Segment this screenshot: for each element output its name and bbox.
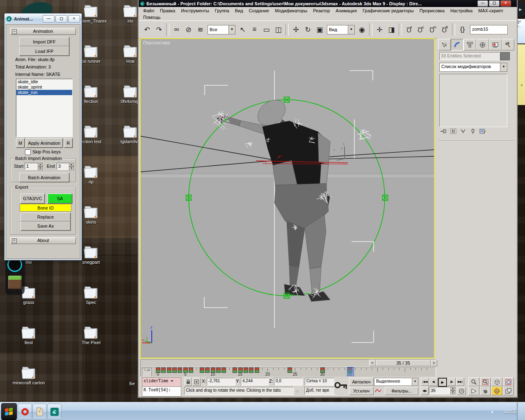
close-button[interactable]: × [500,0,511,7]
menu-item-help[interactable]: Помощь [140,14,164,20]
pan-button[interactable] [480,386,491,395]
tab-display[interactable] [489,39,502,50]
key-mode-toggle[interactable]: ◀▶ [421,387,429,395]
keyframe-marker[interactable] [320,368,325,373]
maximize-button[interactable]: ▢ [489,0,500,7]
taskbar-button-app2[interactable] [32,404,47,420]
keyframe-marker[interactable] [216,368,221,373]
y-coordinate-field[interactable]: 4,244 [241,378,269,386]
animation-list-item[interactable]: skate_sprint [16,84,72,90]
keyframe-marker[interactable] [221,368,226,373]
configure-modifier-sets-icon[interactable] [479,128,486,134]
skip-pos-keys-checkbox[interactable] [25,149,31,155]
auto-key-button[interactable]: Автоключ [349,378,374,386]
zoom-all-button[interactable] [480,377,491,386]
desktop-icon[interactable]: minecraft carton [9,365,48,385]
keyframe-marker[interactable] [178,368,182,373]
menu-item-8[interactable]: Анимация [333,8,360,14]
keyframe-marker[interactable] [205,368,210,373]
keyframe-marker[interactable] [244,368,248,373]
play-button[interactable]: ▶ [438,378,447,387]
keyboard-shortcut-override-icon[interactable]: {} [457,24,468,35]
selection-filter-dropdown[interactable]: Все▼ [208,25,235,34]
keyframe-marker[interactable] [161,368,166,373]
add-time-tag[interactable]: Доб. тег вре [304,387,337,395]
batch-animation-button[interactable]: Batch Animation [19,173,69,182]
tab-hierarchy[interactable] [463,39,476,50]
menu-item-11[interactable]: Настройка [447,8,475,14]
keyframe-marker[interactable] [172,368,177,373]
end-spinner[interactable]: ▲▼ [69,163,74,170]
snaps-toggle-icon[interactable]: Ω3 [404,24,415,35]
import-dff-button[interactable]: Import DFF [19,37,69,46]
select-and-link-icon[interactable]: ∞ [171,24,182,35]
time-configuration-button[interactable] [457,387,466,395]
note-add-button[interactable]: + [520,82,523,88]
bone-id-button[interactable]: Bone ID [20,204,71,212]
sa-button[interactable]: SA [48,194,72,203]
character-model[interactable] [217,95,330,301]
desktop-icon[interactable]: Spec [71,284,111,305]
mirror-icon[interactable]: ◨ [386,24,397,35]
menu-item-6[interactable]: Модификаторы [272,8,310,14]
track-bar[interactable]: 05101520253035∿ ⇄ [140,367,436,378]
keyframe-marker[interactable] [183,368,188,373]
min-max-toggle-button[interactable] [503,386,514,395]
viewport-label[interactable]: Перспектива [143,40,170,45]
menu-item-7[interactable]: Реактор [310,8,333,14]
key-selection-dropdown[interactable]: Выделенное ▼ [374,378,418,386]
go-to-end-button[interactable]: ▶▶| [456,378,464,386]
use-pivot-point-icon[interactable]: ◉ [356,24,368,35]
make-unique-icon[interactable] [460,128,466,134]
next-frame-button[interactable]: |▶ [447,378,456,386]
panel-restore-button[interactable]: ▢ [55,15,67,23]
menu-item-10[interactable]: Прорисовка [417,8,447,14]
select-by-name-icon[interactable]: ≡ [249,24,260,35]
keyframe-marker[interactable] [255,368,259,373]
maxscript-listener-white[interactable]: R Toe0[54]: [142,386,181,397]
select-and-rotate-icon[interactable]: ↻ [302,24,313,35]
taskbar-button-3dsmax[interactable] [47,404,62,420]
about-rollout-header[interactable]: + About [10,237,76,244]
tab-motion[interactable] [476,39,489,50]
spinner-snap-icon[interactable]: Ω⇅ [439,24,450,35]
start-spinner[interactable]: ▲▼ [38,163,43,170]
trackbar-mode-box[interactable]: ∿ ⇄ [142,368,152,377]
menu-item-2[interactable]: Инструменты [178,8,212,14]
time-slider-handle[interactable]: < 35 / 35 > [369,360,437,365]
minimize-button[interactable]: — [477,0,488,7]
set-keys-big-button[interactable] [334,377,348,395]
named-selection-field[interactable]: zomb15 [470,25,508,34]
keyframe-marker[interactable] [156,368,160,373]
bind-to-space-warp-icon[interactable]: ≋ [195,24,206,35]
modifier-list-dropdown[interactable]: Список модификаторов ▼ [439,63,507,72]
previous-frame-button[interactable]: ◀| [429,378,438,386]
tab-modify[interactable] [451,39,463,50]
selection-lock-button[interactable] [185,378,192,386]
minecraft-grass-icon[interactable] [8,276,22,289]
absolute-offset-toggle[interactable] [192,378,201,386]
remove-modifier-icon[interactable] [470,128,476,134]
set-key-button[interactable]: Уст.ключ [349,387,374,395]
next-frame-nub[interactable]: > [431,360,437,366]
previous-frame-nub[interactable]: < [369,360,376,366]
modifier-stack-list[interactable] [439,74,507,127]
menu-item-3[interactable]: Группа [212,8,232,14]
apply-animation-button[interactable]: Apply Animation [26,138,63,148]
time-slider-track[interactable]: < 35 / 35 > [140,359,436,367]
frame-spinner[interactable]: ▲▼ [450,387,455,394]
start-field[interactable]: 1 [25,163,39,170]
taskbar-clock[interactable]: 10:55 [503,409,517,415]
menu-item-9[interactable]: Графические редакторы [360,8,417,14]
end-field[interactable]: 3 [57,163,70,170]
gta3vc-button[interactable]: GTA3/VC [21,194,45,203]
replace-button[interactable]: Replace [21,212,71,221]
keyframe-marker[interactable] [233,368,237,373]
load-ifp-button[interactable]: Load IFP [19,46,69,56]
zoom-extents-button[interactable] [491,377,502,386]
select-and-move-icon[interactable]: ✢ [290,24,301,35]
menu-item-5[interactable]: Создание [246,8,272,14]
show-end-result-icon[interactable] [450,128,457,134]
animation-list[interactable]: skate_idleskate_sprintskate_run [16,79,73,137]
reference-coordinate-dropdown[interactable]: Вид▼ [327,25,355,34]
